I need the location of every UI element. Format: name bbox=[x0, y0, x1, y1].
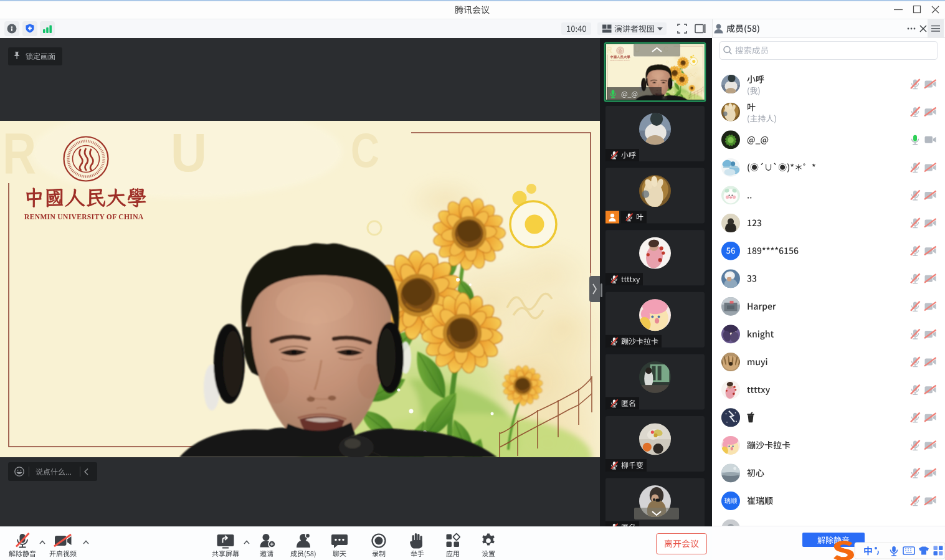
svg-text:U: U bbox=[171, 121, 207, 183]
svg-text:C: C bbox=[351, 123, 379, 178]
svg-text:RENMIN UNIVERSITY OF CHINA: RENMIN UNIVERSITY OF CHINA bbox=[24, 213, 144, 221]
svg-text:R: R bbox=[2, 121, 36, 185]
